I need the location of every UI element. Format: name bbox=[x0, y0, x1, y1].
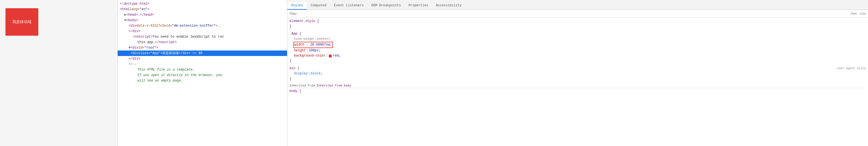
comment-text: If you open it directly in the browser, … bbox=[137, 73, 222, 78]
css-selector-element[interactable]: element.style { bbox=[289, 19, 866, 24]
dom-line-comment2[interactable]: If you open it directly in the browser, … bbox=[118, 72, 287, 78]
attr-name: lang bbox=[130, 7, 137, 12]
filter-input[interactable] bbox=[289, 12, 850, 16]
dom-tag: <!doctype html> bbox=[120, 1, 149, 6]
inherited-label: Inherited from Inherited from body bbox=[289, 84, 866, 88]
dom-dots: ... bbox=[118, 51, 124, 56]
css-content: element.style { } .App { text-align : ce… bbox=[287, 18, 868, 146]
css-rule-div: div { user agent style display : block; … bbox=[289, 66, 866, 81]
preview-panel: 我是移动端 bbox=[0, 0, 118, 146]
dom-tag: <html bbox=[120, 7, 130, 12]
css-close-element: } bbox=[289, 24, 866, 29]
dom-line-comment3[interactable]: will see an empty page. bbox=[118, 78, 287, 83]
tab-styles[interactable]: Styles bbox=[287, 2, 307, 9]
comment-text: This HTML file is a template. bbox=[137, 67, 194, 72]
css-selector-div-row[interactable]: div { user agent style bbox=[289, 66, 866, 71]
tabs-bar: Styles Computed Event Listeners DOM Brea… bbox=[287, 0, 868, 10]
dom-line-div-v[interactable]: <div data-v-42127c5e id="dm-extension-sn… bbox=[118, 23, 287, 28]
filter-pseudo[interactable]: :hov .cls bbox=[850, 12, 866, 15]
dom-line-html[interactable]: <html lang="en"> bbox=[118, 6, 287, 12]
dom-line-comment-open[interactable]: <!-- bbox=[118, 62, 287, 67]
tab-accessibility[interactable]: Accessibility bbox=[432, 2, 465, 9]
css-property-display[interactable]: display : block; bbox=[289, 71, 866, 76]
preview-red-box: 我是移动端 bbox=[5, 8, 38, 36]
tab-dom-breakpoints[interactable]: DOM Breakpoints bbox=[368, 2, 405, 9]
css-selector-app[interactable]: .App { bbox=[289, 31, 866, 36]
inherited-tag: Inherited from body bbox=[317, 84, 351, 87]
dom-panel[interactable]: <!doctype html> <html lang="en"> ▶ <head… bbox=[118, 0, 287, 146]
css-property-width[interactable]: width : 26.66667vw; bbox=[289, 42, 866, 48]
css-close-div: } bbox=[289, 76, 866, 81]
dom-line-comment1[interactable]: This HTML file is a template. bbox=[118, 67, 287, 72]
preview-text: 我是移动端 bbox=[12, 20, 31, 24]
comment-text: will see an empty page. bbox=[137, 78, 183, 83]
attr-value: en bbox=[142, 7, 145, 12]
dom-line-body[interactable]: ▼ <body> bbox=[118, 18, 287, 23]
dom-line-noscript2[interactable]: this app.</noscript> bbox=[118, 40, 287, 45]
dom-line-div-close[interactable]: </div> bbox=[118, 28, 287, 34]
css-rule-app: .App { text-align : center; width : 26.6… bbox=[289, 31, 866, 64]
tab-event-listeners[interactable]: Event Listeners bbox=[330, 2, 368, 9]
dom-line-noscript[interactable]: <noscript>You need to enable JavaScript … bbox=[118, 34, 287, 40]
styles-panel: Styles Computed Event Listeners DOM Brea… bbox=[287, 0, 868, 146]
css-rule-body: body { bbox=[289, 89, 866, 94]
dom-line-div-app[interactable]: ... <div class="App">我是移动端</div> == $0 bbox=[118, 50, 287, 56]
dom-line-doctype[interactable]: <!doctype html> bbox=[118, 1, 287, 6]
css-property-height[interactable]: height : 100px; bbox=[289, 48, 866, 53]
highlighted-width: width : 26.66667vw; bbox=[293, 42, 333, 48]
css-close-app: } bbox=[289, 58, 866, 64]
dom-line-head[interactable]: ▶ <head>…</head> bbox=[118, 12, 287, 18]
css-rule-element-style: element.style { } bbox=[289, 19, 866, 29]
dom-line-div-root-close[interactable]: </div> bbox=[118, 56, 287, 62]
filter-bar: :hov .cls bbox=[287, 10, 868, 18]
dom-line-div-root[interactable]: ▼ <div id="root"> bbox=[118, 45, 287, 50]
color-swatch-red[interactable] bbox=[329, 55, 332, 57]
css-source-user-agent: user agent style bbox=[837, 66, 866, 71]
css-property-text-align[interactable]: text-align : center; bbox=[289, 36, 866, 42]
css-selector-body[interactable]: body { bbox=[289, 89, 866, 94]
css-property-background-color[interactable]: background-color : red; bbox=[289, 53, 866, 58]
tab-properties[interactable]: Properties bbox=[405, 2, 432, 9]
tab-computed[interactable]: Computed bbox=[307, 2, 330, 9]
